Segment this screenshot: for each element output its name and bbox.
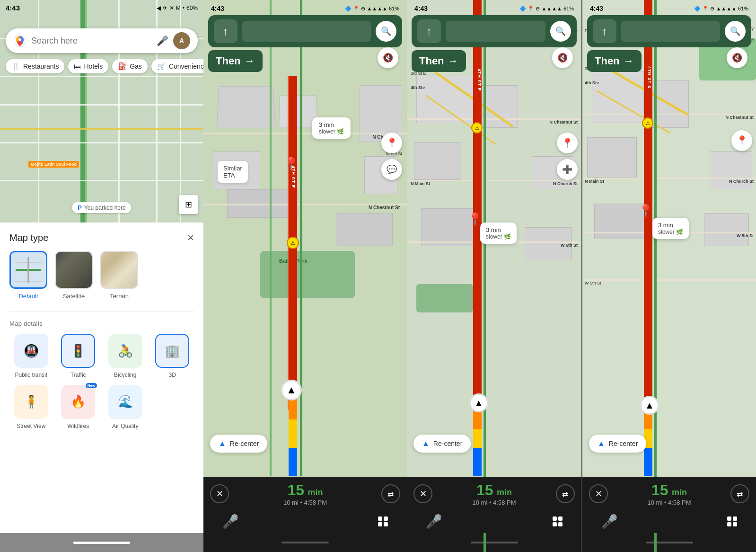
detail-bicycling-label: Bicycling [114,372,136,379]
right-left-route-options-button[interactable]: ⇄ [556,484,575,503]
right-right-then-banner: Then → [587,50,642,72]
chip-gas[interactable]: ⛽ Gas [112,59,148,73]
eta-slower-chip: 3 min slower 🌿 [312,117,351,139]
detail-traffic-label: Traffic [70,372,86,379]
right-left-up-button[interactable]: ↑ [417,19,441,43]
right-right-nav-fab[interactable]: 📍 [731,130,752,151]
mic-icon[interactable]: 🎤 [157,35,168,46]
right-left-eta-minutes: 15 [476,481,493,499]
detail-streetview-label: Street View [17,423,45,430]
eta-min-label: min [308,488,323,497]
detail-bicycling[interactable]: 🚴 Bicycling [104,334,147,379]
mute-button[interactable]: 🔇 [378,47,398,68]
nav-up-button[interactable]: ↑ [214,19,237,43]
detail-streetview[interactable]: 🧍 Street View [9,385,53,430]
report-fab[interactable]: 💬 [381,159,402,180]
right-left-report-fab[interactable]: ➕ [557,159,578,180]
status-bar: 4:43 ◀ ✈ ✕ M • 60% [0,4,203,12]
avatar[interactable]: A [173,32,190,49]
right-left-mute-button[interactable]: 🔇 [552,47,573,68]
nav-search-icon[interactable]: 🔍 [376,21,396,42]
eta-display: 15 min 10 mi • 4:58 PM [283,481,327,506]
right-left-nav-fab[interactable]: 📍 [557,133,578,153]
right-left-apps-grid[interactable] [553,516,563,526]
close-navigation-button[interactable]: ✕ [210,484,229,503]
search-bar[interactable]: Search here 🎤 A [6,28,198,53]
right-right-close-nav-button[interactable]: ✕ [589,484,608,503]
route-options-button[interactable]: ⇄ [381,484,400,503]
streetview-icon-box: 🧍 [14,385,48,419]
similar-eta-line2: ETA [223,172,242,179]
apps-grid-button[interactable] [378,516,388,526]
map-type-label-terrain: Terrain [110,293,129,300]
right-left-status-icons: 🔷 📍 ⊖ ▲▲▲▲ 61% [519,6,574,12]
right-left-voice-mic[interactable]: 🎤 [426,514,442,529]
right-eta-line1: 3 min [486,226,511,233]
right-right-search-field[interactable] [621,21,720,42]
right-eta-slower-chip: 3 min slower 🌿 [480,223,517,244]
status-time: 4:43 [6,4,20,12]
right-panels: 4TH ST E N Chestnut St N Church St W 5th… [407,0,756,552]
map-type-thumb-terrain [100,251,138,289]
detail-traffic[interactable]: 🚦 Traffic [57,334,100,379]
right-right-status-time: 4:43 [590,5,603,12]
new-badge: New [86,383,97,388]
right-right-recenter-button[interactable]: ▲ Re-center [589,435,646,453]
right-right-nav-search: ↑ 🔍 [587,15,751,47]
detail-transit[interactable]: 🚇 Public transit [9,334,53,379]
right-left-status-time: 4:43 [414,5,428,12]
then-banner: Then → [208,50,263,72]
navigation-fab[interactable]: 📍 [381,133,402,153]
right-left-recenter-icon: ▲ [422,439,430,448]
map-type-default[interactable]: Default [9,251,47,300]
layers-button[interactable]: ⊞ [179,195,198,214]
right-then-arrow-icon: → [448,55,458,67]
right-right-eta-min-label: min [672,488,687,497]
right-left-recenter-button[interactable]: ▲ Re-center [413,435,471,453]
home-bar-mid [203,533,407,552]
right-left-close-nav-button[interactable]: ✕ [413,484,432,503]
right-right-voice-mic[interactable]: 🎤 [601,514,618,529]
right-right-apps-grid[interactable] [727,516,737,526]
right-right-search-icon[interactable]: 🔍 [725,21,746,42]
home-indicator [73,542,130,544]
chip-hotels[interactable]: 🛏 Hotels [68,59,108,73]
right-right-then-arrow: → [624,55,634,67]
traffic-icon-box: 🚦 [61,334,95,368]
right-right-mute-button[interactable]: 🔇 [727,47,747,68]
voice-mic-icon[interactable]: 🎤 [222,514,239,529]
airquality-icon-box: 🌊 [108,385,142,419]
mid-panel: Bailey Park 4TH ST E N Church St N Chest… [203,0,407,552]
right-right-up-button[interactable]: ↑ [593,19,616,43]
eta-minutes: 15 [287,481,304,499]
right-left-nav-bottom: ✕ 15 min 10 mi • 4:58 PM ⇄ 🎤 [407,477,581,533]
search-input[interactable]: Search here [31,36,157,46]
then-label: Then [216,55,241,67]
right-left-search-icon[interactable]: 🔍 [550,21,571,42]
parked-label: P You parked here [72,202,131,213]
detail-transit-label: Public transit [15,372,47,379]
right-right-route-options-button[interactable]: ⇄ [730,484,749,503]
close-button[interactable]: × [187,232,194,243]
map-type-satellite[interactable]: Satellite [55,251,93,300]
nav-search-field[interactable] [242,21,371,42]
recenter-label: Re-center [230,440,259,447]
mid-status-time: 4:43 [211,5,224,12]
eta-line1: 3 min [319,121,344,128]
right-left-search-field[interactable] [446,21,545,42]
map-type-thumb-default [9,251,47,289]
home-indicator-mid [281,542,329,543]
detail-wildfires[interactable]: 🔥 New Wildfires [57,385,100,430]
map-type-terrain[interactable]: Terrain [100,251,138,300]
detail-airquality[interactable]: 🌊 Air Quality [104,385,147,430]
right-screen-right: 4TH ST E N Chestnut St N Church St W 5th… [582,0,756,552]
map-type-label-default: Default [18,293,38,300]
right-right-home-bar [582,533,756,552]
recenter-button[interactable]: ▲ Re-center [210,435,267,453]
right-right-eta-display: 15 min 10 mi • 4:58 PM [648,481,691,506]
chip-convenience[interactable]: 🛒 Convenience [151,59,203,73]
right-right-then-label: Then [595,55,620,67]
chip-restaurants[interactable]: 🍴 Restaurants [6,59,64,73]
filter-chips: 🍴 Restaurants 🛏 Hotels ⛽ Gas 🛒 Convenien… [0,59,203,73]
detail-3d[interactable]: 🏢 3D [151,334,194,379]
